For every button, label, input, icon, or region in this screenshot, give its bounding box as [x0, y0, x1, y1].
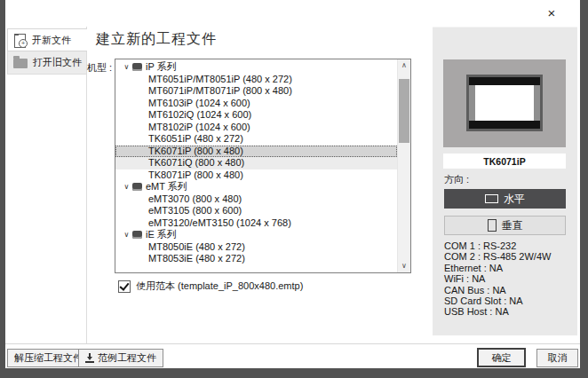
- device-series-icon: [132, 231, 142, 239]
- sidebar-item-label: 打开旧文件: [33, 56, 82, 69]
- open-folder-icon: [13, 59, 28, 69]
- model-tree-row-label: eMT3070 (800 x 480): [148, 193, 242, 206]
- model-tree-row[interactable]: ∨ iP 系列: [115, 61, 397, 74]
- model-tree-row-label: MT8050iE (480 x 272): [148, 241, 245, 254]
- model-tree-row-label: eMT3105 (800 x 600): [148, 205, 242, 217]
- model-info-panel: TK6071iP 方向 : 水平 垂直 COM 1 : RS-232 COM 2…: [433, 27, 577, 335]
- model-tree-row[interactable]: ∨ MT6103iP (1024 x 600): [115, 98, 397, 110]
- model-tree-row-label: iP 系列: [146, 61, 177, 74]
- device-preview-image: [443, 59, 566, 147]
- sidebar-item-label: 开新文件: [32, 34, 71, 47]
- model-tree-row[interactable]: ∨ TK6071iQ (800 x 480): [115, 157, 397, 169]
- chevron-down-icon: ∨: [121, 181, 132, 193]
- port-info-line: WiFi : NA: [444, 273, 551, 284]
- model-tree-row-label: TK6071iQ (800 x 480): [148, 157, 244, 169]
- use-template-checkbox[interactable]: [118, 280, 131, 293]
- model-tree-row-label: MT8053iE (480 x 272): [148, 253, 245, 265]
- scroll-down-icon[interactable]: ∨: [398, 260, 410, 272]
- chevron-down-icon: ∨: [121, 229, 132, 241]
- port-info-line: SD Card Slot : NA: [444, 295, 551, 306]
- model-tree-row[interactable]: ∨ MT8050iE (480 x 272): [115, 241, 397, 254]
- device-series-icon: [132, 183, 142, 191]
- new-project-dialog: × + 开新文件 打开旧文件 建立新的工程文件 机型 : ∨ iP 系列 ∨: [0, 0, 588, 378]
- model-tree-row[interactable]: ∨ MT6071iP/MT8071iP (800 x 480): [115, 85, 397, 98]
- example-project-label: 范例工程文件: [98, 351, 156, 365]
- orientation-label: 方向 :: [444, 173, 469, 186]
- port-info-line: USB Host : NA: [444, 306, 551, 317]
- port-info-list: COM 1 : RS-232 COM 2 : RS-485 2W/4W Ethe…: [444, 240, 551, 318]
- close-icon[interactable]: ×: [542, 3, 561, 22]
- model-tree-row-label: MT6051iP/MT8051iP (480 x 272): [148, 74, 292, 86]
- model-tree-row[interactable]: ∨ TK6071iP (800 x 480): [115, 146, 397, 158]
- model-tree-row-label: iE 系列: [146, 229, 177, 241]
- example-project-button[interactable]: 范例工程文件: [78, 349, 163, 367]
- port-info-line: CAN Bus : NA: [444, 285, 551, 295]
- model-tree-row-label: TK6051iP (480 x 272): [148, 133, 243, 146]
- model-tree-row-label: MT6102iQ (1024 x 600): [148, 109, 251, 122]
- window-edge-left: [0, 0, 5, 378]
- window-edge-right: [580, 0, 588, 378]
- model-tree-row[interactable]: ∨ MT8102iP (1024 x 600): [115, 122, 397, 134]
- model-tree-row[interactable]: ∨ TK6051iP (480 x 272): [115, 133, 397, 146]
- hmi-device-graphic: [466, 75, 543, 131]
- landscape-icon: [485, 194, 498, 203]
- model-tree-row[interactable]: ∨ iE 系列: [115, 229, 397, 241]
- footer-separator: [5, 343, 580, 344]
- model-listbox: ∨ iP 系列 ∨ MT6051iP/MT8051iP (480 x 272) …: [115, 59, 411, 273]
- model-tree-row[interactable]: ∨ eMT3105 (800 x 600): [115, 205, 397, 217]
- model-tree-row-label: MT8102iP (1024 x 600): [148, 122, 250, 134]
- sidebar-item-open-file[interactable]: 打开旧文件: [7, 51, 87, 75]
- ok-button[interactable]: 确定: [477, 348, 526, 367]
- port-info-line: COM 2 : RS-485 2W/4W: [444, 251, 551, 262]
- portrait-icon: [488, 219, 497, 232]
- orientation-horizontal-label: 水平: [504, 192, 525, 207]
- port-info-line: COM 1 : RS-232: [444, 240, 551, 251]
- model-tree-row-label: TK6071iP (800 x 480): [148, 146, 243, 158]
- decompress-project-label: 解压缩工程文件: [14, 351, 83, 365]
- model-tree-row-label: eMT 系列: [146, 181, 187, 193]
- window-edge-bottom: [0, 368, 588, 378]
- selected-model-name: TK6071iP: [443, 154, 566, 169]
- model-list-label: 机型 :: [87, 61, 112, 75]
- device-series-icon: [132, 63, 142, 71]
- download-icon: [85, 353, 94, 363]
- orientation-horizontal-button[interactable]: 水平: [444, 189, 566, 209]
- cancel-label: 取消: [548, 351, 568, 365]
- model-tree-row[interactable]: ∨ eMT3120/eMT3150 (1024 x 768): [115, 217, 397, 230]
- model-tree-row[interactable]: ∨ eMT3070 (800 x 480): [115, 193, 397, 206]
- model-tree-row[interactable]: ∨ MT8053iE (480 x 272): [115, 253, 397, 265]
- orientation-vertical-button[interactable]: 垂直: [444, 216, 566, 235]
- cancel-button[interactable]: 取消: [536, 349, 578, 367]
- ok-label: 确定: [492, 351, 512, 365]
- chevron-down-icon: ∨: [121, 61, 132, 74]
- model-tree-row[interactable]: ∨ MT6051iP/MT8051iP (480 x 272): [115, 74, 397, 86]
- model-tree-row-label: TK8071iP (800 x 480): [148, 169, 243, 182]
- list-scrollbar[interactable]: ∧ ∨: [397, 59, 410, 272]
- scroll-up-icon[interactable]: ∧: [398, 59, 410, 72]
- model-tree-row-label: MT6103iP (1024 x 600): [148, 98, 250, 110]
- model-tree-row[interactable]: ∨ eMT 系列: [115, 181, 397, 193]
- model-tree-row[interactable]: ∨ MT6102iQ (1024 x 600): [115, 109, 397, 122]
- model-tree: ∨ iP 系列 ∨ MT6051iP/MT8051iP (480 x 272) …: [115, 61, 397, 272]
- page-title: 建立新的工程文件: [96, 30, 217, 49]
- model-tree-row[interactable]: ∨ TK8071iP (800 x 480): [115, 169, 397, 182]
- use-template-label: 使用范本 (template_iP_800x480.emtp): [136, 280, 303, 293]
- model-tree-row-label: MT6071iP/MT8071iP (800 x 480): [148, 85, 292, 98]
- port-info-line: Ethernet : NA: [444, 263, 551, 273]
- sidebar-item-new-file[interactable]: + 开新文件: [7, 28, 87, 51]
- model-tree-row-label: eMT3120/eMT3150 (1024 x 768): [148, 217, 291, 230]
- orientation-vertical-label: 垂直: [502, 218, 523, 233]
- scrollbar-thumb[interactable]: [399, 79, 409, 143]
- new-file-icon: +: [13, 33, 27, 48]
- use-template-row: 使用范本 (template_iP_800x480.emtp): [118, 280, 303, 293]
